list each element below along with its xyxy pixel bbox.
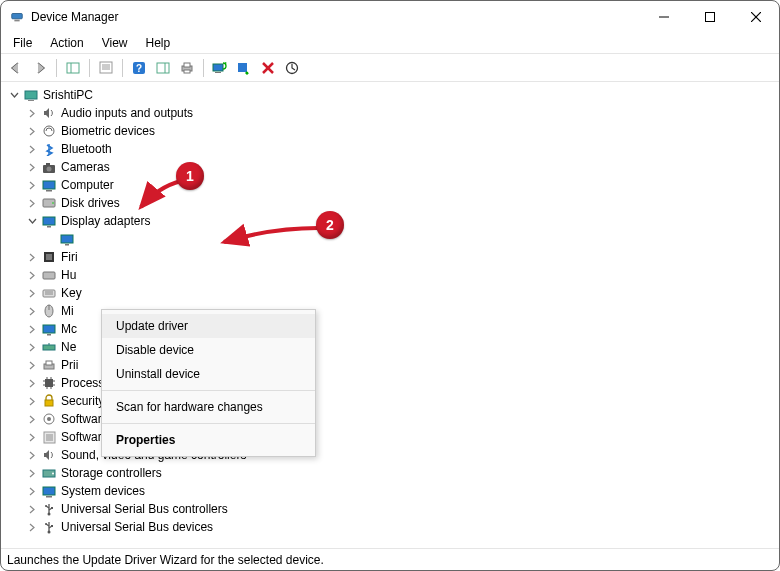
chevron-right-icon[interactable] [25, 466, 39, 480]
svg-rect-6 [67, 63, 79, 73]
chevron-right-icon[interactable] [25, 106, 39, 120]
chevron-right-icon[interactable] [25, 250, 39, 264]
svg-rect-26 [28, 100, 34, 101]
tree-category-label: Key [61, 284, 82, 302]
chevron-right-icon[interactable] [25, 142, 39, 156]
menu-action[interactable]: Action [42, 34, 91, 52]
back-button[interactable] [5, 57, 27, 79]
disable-device-button[interactable] [233, 57, 255, 79]
svg-point-29 [47, 166, 52, 171]
scan-hardware-button[interactable] [281, 57, 303, 79]
tree-category[interactable]: Key [3, 284, 777, 302]
svg-rect-47 [43, 325, 55, 333]
chevron-right-icon[interactable] [25, 286, 39, 300]
camera-icon [41, 159, 57, 175]
svg-rect-40 [46, 254, 52, 260]
chevron-right-icon[interactable] [25, 502, 39, 516]
svg-rect-66 [46, 434, 53, 441]
tree-category[interactable]: Audio inputs and outputs [3, 104, 777, 122]
ctx-uninstall-device[interactable]: Uninstall device [102, 362, 315, 386]
spacer [43, 232, 57, 246]
chevron-right-icon[interactable] [25, 340, 39, 354]
mouse-icon [41, 303, 57, 319]
menu-file[interactable]: File [5, 34, 40, 52]
uninstall-device-button[interactable] [257, 57, 279, 79]
svg-rect-14 [157, 63, 169, 73]
tree-category[interactable]: Hu [3, 266, 777, 284]
chevron-right-icon[interactable] [25, 160, 39, 174]
tree-category[interactable]: Universal Serial Bus devices [3, 518, 777, 536]
tree-root-label: SrishtiPC [43, 86, 93, 104]
chevron-down-icon[interactable] [7, 88, 21, 102]
svg-point-77 [45, 523, 47, 525]
tree-category[interactable]: Firi [3, 248, 777, 266]
chevron-right-icon[interactable] [25, 448, 39, 462]
svg-rect-69 [43, 487, 55, 495]
bluetooth-icon [41, 141, 57, 157]
chevron-right-icon[interactable] [25, 304, 39, 318]
hid-icon [41, 267, 57, 283]
chevron-right-icon[interactable] [25, 430, 39, 444]
tree-category-label: Computer [61, 176, 114, 194]
storage-icon [41, 465, 57, 481]
close-button[interactable] [733, 1, 779, 33]
print-button[interactable] [176, 57, 198, 79]
ctx-update-driver[interactable]: Update driver [102, 314, 315, 338]
tree-category[interactable]: Computer [3, 176, 777, 194]
show-hide-console-tree-button[interactable] [62, 57, 84, 79]
update-driver-button[interactable] [209, 57, 231, 79]
app-icon [9, 9, 25, 25]
chevron-right-icon[interactable] [25, 358, 39, 372]
statusbar: Launches the Update Driver Wizard for th… [1, 548, 779, 570]
device-manager-window: Device Manager File Action View Help ? [0, 0, 780, 571]
properties-button[interactable] [95, 57, 117, 79]
chevron-right-icon[interactable] [25, 268, 39, 282]
ctx-disable-device[interactable]: Disable device [102, 338, 315, 362]
maximize-button[interactable] [687, 1, 733, 33]
minimize-button[interactable] [641, 1, 687, 33]
svg-rect-30 [46, 163, 50, 166]
menu-view[interactable]: View [94, 34, 136, 52]
forward-button[interactable] [29, 57, 51, 79]
tree-root[interactable]: SrishtiPC [3, 86, 777, 104]
tree-category-label: Cameras [61, 158, 110, 176]
tree-category[interactable]: System devices [3, 482, 777, 500]
chevron-right-icon[interactable] [25, 178, 39, 192]
help-button[interactable]: ? [128, 57, 150, 79]
menu-help[interactable]: Help [138, 34, 179, 52]
chevron-right-icon[interactable] [25, 484, 39, 498]
tree-category[interactable]: Bluetooth [3, 140, 777, 158]
tree-category-label: Biometric devices [61, 122, 155, 140]
tree-category-label: Disk drives [61, 194, 120, 212]
svg-point-64 [47, 417, 51, 421]
chevron-right-icon[interactable] [25, 196, 39, 210]
usb-icon [41, 519, 57, 535]
ctx-scan-hardware[interactable]: Scan for hardware changes [102, 395, 315, 419]
svg-rect-31 [43, 181, 55, 189]
tree-category[interactable]: Universal Serial Bus controllers [3, 500, 777, 518]
chevron-right-icon[interactable] [25, 520, 39, 534]
tree-category[interactable]: Biometric devices [3, 122, 777, 140]
biometric-icon [41, 123, 57, 139]
security-icon [41, 393, 57, 409]
chevron-right-icon[interactable] [25, 322, 39, 336]
svg-rect-20 [215, 72, 221, 73]
chevron-right-icon[interactable] [25, 412, 39, 426]
svg-rect-19 [213, 64, 223, 71]
ctx-properties[interactable]: Properties [102, 428, 315, 452]
chevron-down-icon[interactable] [25, 214, 39, 228]
svg-rect-32 [46, 190, 52, 192]
chevron-right-icon[interactable] [25, 124, 39, 138]
action-pane-button[interactable] [152, 57, 174, 79]
tree-device[interactable] [3, 230, 777, 248]
context-menu: Update driver Disable device Uninstall d… [101, 309, 316, 457]
tree-category[interactable]: Cameras [3, 158, 777, 176]
menubar: File Action View Help [1, 33, 779, 53]
device-tree[interactable]: SrishtiPC Audio inputs and outputsBiomet… [1, 82, 779, 548]
tree-category[interactable]: Disk drives [3, 194, 777, 212]
chevron-right-icon[interactable] [25, 376, 39, 390]
menu-separator [102, 390, 315, 391]
tree-category[interactable]: Display adapters [3, 212, 777, 230]
chevron-right-icon[interactable] [25, 394, 39, 408]
tree-category[interactable]: Storage controllers [3, 464, 777, 482]
